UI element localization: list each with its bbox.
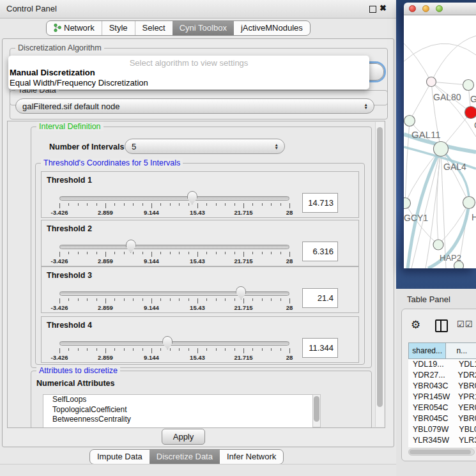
network-edge[interactable] xyxy=(410,82,431,121)
threshold-label: Threshold 1 xyxy=(47,176,92,185)
threshold-label: Threshold 4 xyxy=(47,321,92,330)
tab-network[interactable]: Network xyxy=(47,21,102,35)
intervals-value: 5 xyxy=(132,142,136,151)
numerical-attributes-list[interactable]: SelfLoopsTopologicalCoefficientBetweenne… xyxy=(43,394,314,428)
threshold-label: Threshold 3 xyxy=(47,271,92,280)
attribute-item[interactable]: SelfLoops xyxy=(43,395,313,405)
network-icon xyxy=(54,24,61,34)
network-node-label: HAP2 xyxy=(440,253,461,263)
column-header-shared-name[interactable]: shared... xyxy=(408,342,446,359)
table-row[interactable]: YDR27...YDR2 xyxy=(408,370,476,381)
bottom-tabstrip: Impute Data Discretize Data Infer Networ… xyxy=(89,449,284,464)
vertical-scrollbar[interactable] xyxy=(375,122,384,427)
popup-placeholder: Select algorithm to view settings xyxy=(8,58,369,68)
stepper-arrows-icon: ▲▼ xyxy=(275,143,279,150)
column-layout-icon[interactable] xyxy=(435,319,448,332)
horizontal-scrollbar[interactable] xyxy=(408,449,475,456)
network-edge[interactable] xyxy=(405,203,438,245)
network-edge[interactable] xyxy=(441,149,469,203)
tab-network-label: Network xyxy=(64,23,95,33)
column-header-name[interactable]: n... xyxy=(446,342,476,359)
panel-title: Control Panel xyxy=(6,4,57,13)
network-node[interactable] xyxy=(465,107,476,119)
network-thick-edge[interactable] xyxy=(408,149,441,268)
algorithm-option[interactable]: Manual Discretization xyxy=(10,68,368,78)
slider-track[interactable] xyxy=(59,341,289,346)
table-row[interactable]: YBR045CYBR0 xyxy=(408,413,476,424)
table-toolbar: ⚙ ☑☑ xyxy=(402,314,476,337)
table-row[interactable]: YER054CYER0 xyxy=(408,403,476,413)
gear-icon[interactable]: ⚙ xyxy=(411,318,420,332)
network-node[interactable] xyxy=(434,142,449,157)
top-tabstrip: Network Style Select Cyni Toolbox jActiv… xyxy=(46,20,311,36)
table-panel-section: Table Panel ⚙ ☑☑ shared... n... YDL19...… xyxy=(396,289,476,476)
checkbox-icons[interactable]: ☑☑ xyxy=(457,319,473,329)
attribute-item[interactable]: TopologicalCoefficient xyxy=(43,405,313,415)
network-node[interactable] xyxy=(404,198,411,209)
network-edge[interactable] xyxy=(431,36,476,82)
table-row[interactable]: YBL079WYBL0 xyxy=(408,424,476,435)
apply-button[interactable]: Apply xyxy=(162,429,205,445)
float-window-icon[interactable] xyxy=(369,6,376,13)
slider-thumb[interactable] xyxy=(187,191,197,204)
slider-tick-labels: -3.4262.8599.14415.4321.71528 xyxy=(59,257,289,265)
tab-infer-network[interactable]: Infer Network xyxy=(220,450,283,464)
tab-select[interactable]: Select xyxy=(135,21,173,35)
scrollbar-thumb[interactable] xyxy=(377,127,383,407)
zoom-traffic-light-icon[interactable] xyxy=(436,5,443,12)
close-traffic-light-icon[interactable] xyxy=(409,5,416,12)
slider-thumb[interactable] xyxy=(162,336,173,349)
table-panel-title: Table Panel xyxy=(407,295,450,304)
attributes-list-scrollbar[interactable] xyxy=(312,394,321,427)
tab-jactivemnodules[interactable]: jActiveMNodules xyxy=(234,21,310,35)
threshold-value-field[interactable]: 21.4 xyxy=(302,288,338,308)
network-edge[interactable] xyxy=(404,43,431,82)
network-node-label: GAL80 xyxy=(433,92,461,102)
settings-scrollpanel: Interval Definition Number of Intervals … xyxy=(7,121,385,428)
table-row[interactable]: YLR345WYLR3 xyxy=(408,435,476,446)
table-row[interactable]: YIL052CYIL0 xyxy=(408,446,476,447)
network-node[interactable] xyxy=(404,116,415,127)
slider-thumb[interactable] xyxy=(236,286,246,300)
tab-cyni-toolbox[interactable]: Cyni Toolbox xyxy=(173,21,234,35)
stepper-arrows-icon: ▲▼ xyxy=(364,103,368,109)
attributes-group: Attributes to discretize Numerical Attri… xyxy=(31,371,372,428)
slider-tick-labels: -3.4262.8599.14415.4321.71528 xyxy=(59,304,289,312)
network-edge[interactable] xyxy=(404,43,476,61)
network-node-label: GCY1 xyxy=(404,213,428,223)
threshold-label: Threshold 2 xyxy=(47,224,92,233)
table-body[interactable]: YDL19...YDL1YDR27...YDR2YBR043CYBR0YPR14… xyxy=(408,359,476,447)
threshold-value-field[interactable]: 14.713 xyxy=(302,193,338,213)
slider-track[interactable] xyxy=(59,291,289,296)
slider-track[interactable] xyxy=(59,245,289,249)
scrollbar-thumb[interactable] xyxy=(410,450,471,454)
slider-track[interactable] xyxy=(59,196,289,201)
network-node[interactable] xyxy=(463,197,475,209)
scrollbar-thumb[interactable] xyxy=(314,396,319,422)
table-row[interactable]: YDL19...YDL1 xyxy=(408,359,476,370)
table-row[interactable]: YBR043CYBR0 xyxy=(408,381,476,392)
threshold-value-field[interactable]: 11.344 xyxy=(302,338,338,358)
threshold-row: Threshold 2 -3.4262.8599.14415.4321.7152… xyxy=(41,220,359,266)
network-node-label: GAL4 xyxy=(443,162,466,172)
slider-thumb[interactable] xyxy=(126,240,136,253)
close-icon[interactable]: ✖ xyxy=(380,3,387,13)
minimize-traffic-light-icon[interactable] xyxy=(422,5,429,12)
network-node[interactable] xyxy=(433,240,443,250)
network-canvas[interactable]: GAL80GACGAL11GAL4GCY1HHAP2 xyxy=(404,15,476,268)
algorithm-option[interactable]: Equal Width/Frequency Discretization xyxy=(10,78,368,88)
number-of-intervals-combobox[interactable]: 5 ▲▼ xyxy=(125,139,285,154)
attribute-item[interactable]: BetweennessCentrality xyxy=(43,415,313,425)
network-node[interactable] xyxy=(463,80,474,91)
table-data-value: galFiltered.sif default node xyxy=(22,102,119,111)
tab-discretize-data[interactable]: Discretize Data xyxy=(150,450,220,464)
threshold-row: Threshold 1 -3.4262.8599.14415.4321.7152… xyxy=(41,171,359,218)
table-data-combobox[interactable]: galFiltered.sif default node ▲▼ xyxy=(15,98,374,114)
network-view-frame: GAL80GACGAL11GAL4GCY1HHAP2 xyxy=(396,0,476,289)
table-row[interactable]: YPR145WYPR1 xyxy=(408,392,476,403)
tab-impute-data[interactable]: Impute Data xyxy=(90,450,150,464)
tab-style[interactable]: Style xyxy=(102,21,135,35)
numerical-attributes-label: Numerical Attributes xyxy=(36,379,114,388)
network-node[interactable] xyxy=(427,77,436,87)
threshold-value-field[interactable]: 6.316 xyxy=(302,242,338,261)
